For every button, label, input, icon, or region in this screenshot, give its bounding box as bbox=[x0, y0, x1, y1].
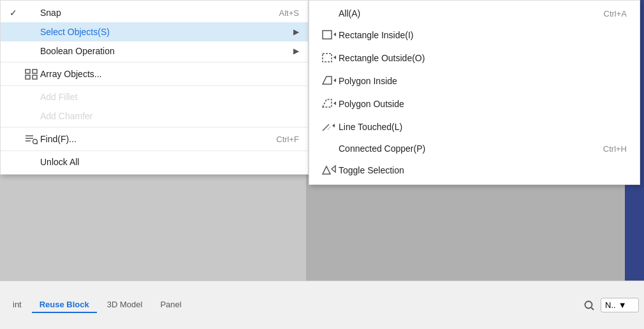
secondary-submenu: All(A) Ctrl+A Rectangle Inside(I) Rectan… bbox=[309, 0, 640, 185]
svg-line-8 bbox=[37, 143, 38, 145]
svg-marker-16 bbox=[333, 101, 336, 105]
submenu-item-rect-outside[interactable]: Rectangle Outside(O) bbox=[309, 47, 640, 69]
svg-rect-0 bbox=[26, 69, 30, 73]
svg-point-7 bbox=[33, 140, 38, 144]
chamfer-label: Add Chamfer bbox=[40, 111, 299, 121]
svg-marker-18 bbox=[332, 124, 335, 128]
menu-item-unlock-all[interactable]: Unlock All bbox=[1, 152, 308, 172]
menu-item-find[interactable]: Find(F)... Ctrl+F bbox=[1, 129, 308, 149]
divider-3 bbox=[1, 127, 308, 128]
find-shortcut: Ctrl+F bbox=[276, 135, 299, 144]
rect-outside-label: Rectangle Outside(O) bbox=[339, 53, 627, 63]
rect-outside-icon bbox=[319, 52, 339, 64]
poly-outside-icon bbox=[319, 98, 339, 110]
all-shortcut: Ctrl+A bbox=[604, 9, 627, 18]
n-column-label: N.. bbox=[605, 300, 616, 310]
snap-label: Snap bbox=[40, 8, 254, 18]
svg-line-19 bbox=[328, 127, 330, 129]
svg-marker-14 bbox=[333, 78, 336, 82]
select-objects-label: Select Objects(S) bbox=[40, 27, 291, 37]
connected-copper-shortcut: Ctrl+H bbox=[603, 144, 627, 154]
n-column-selector[interactable]: N.. ▼ bbox=[601, 298, 639, 312]
tab-int[interactable]: int bbox=[5, 297, 29, 313]
array-icon bbox=[22, 68, 40, 80]
svg-marker-15 bbox=[323, 99, 332, 107]
toggle-selection-label: Toggle Selection bbox=[339, 165, 627, 175]
svg-rect-3 bbox=[33, 75, 37, 79]
divider-4 bbox=[1, 150, 308, 151]
line-touched-icon bbox=[319, 121, 339, 133]
n-column-chevron: ▼ bbox=[618, 300, 627, 310]
search-icon[interactable] bbox=[580, 296, 598, 314]
svg-marker-10 bbox=[333, 33, 336, 36]
tab-panel[interactable]: Panel bbox=[152, 297, 189, 313]
svg-rect-1 bbox=[33, 69, 37, 73]
array-label: Array Objects... bbox=[40, 69, 299, 79]
svg-rect-2 bbox=[26, 75, 30, 79]
svg-marker-12 bbox=[333, 55, 336, 59]
bottom-toolbar: int Reuse Block 3D Model Panel N.. ▼ bbox=[0, 281, 644, 329]
menu-item-boolean-operation[interactable]: Boolean Operation ▶ bbox=[1, 41, 308, 61]
menu-item-add-fillet[interactable]: Add Fillet bbox=[1, 87, 308, 106]
find-icon bbox=[22, 133, 40, 145]
line-touched-label: Line Touched(L) bbox=[339, 122, 627, 132]
submenu-item-toggle-selection[interactable]: Toggle Selection bbox=[309, 159, 640, 182]
toggle-selection-icon bbox=[319, 164, 339, 177]
divider-2 bbox=[1, 85, 308, 86]
submenu-item-poly-inside[interactable]: Polygon Inside bbox=[309, 69, 640, 92]
tab-3d-model[interactable]: 3D Model bbox=[99, 297, 150, 313]
submenu-item-all[interactable]: All(A) Ctrl+A bbox=[309, 3, 640, 24]
snap-check: ✓ bbox=[10, 8, 22, 18]
tab-reuse-block[interactable]: Reuse Block bbox=[32, 297, 97, 313]
boolean-label: Boolean Operation bbox=[40, 46, 291, 56]
svg-marker-20 bbox=[323, 166, 330, 174]
unlock-label: Unlock All bbox=[40, 157, 299, 167]
submenu-item-rect-inside[interactable]: Rectangle Inside(I) bbox=[309, 24, 640, 47]
connected-copper-label: Connected Copper(P) bbox=[339, 143, 578, 154]
poly-inside-icon bbox=[319, 75, 339, 87]
boolean-arrow: ▶ bbox=[293, 47, 299, 55]
poly-inside-label: Polygon Inside bbox=[339, 76, 627, 86]
submenu-item-connected-copper[interactable]: Connected Copper(P) Ctrl+H bbox=[309, 138, 640, 159]
rect-inside-icon bbox=[319, 29, 339, 41]
poly-outside-label: Polygon Outside bbox=[339, 99, 627, 109]
svg-rect-11 bbox=[323, 54, 332, 62]
svg-marker-13 bbox=[323, 77, 332, 84]
select-objects-arrow: ▶ bbox=[293, 27, 299, 36]
submenu-item-poly-outside[interactable]: Polygon Outside bbox=[309, 92, 640, 115]
menu-item-select-objects[interactable]: Select Objects(S) ▶ bbox=[1, 22, 308, 41]
submenu-item-line-touched[interactable]: Line Touched(L) bbox=[309, 115, 640, 138]
all-label: All(A) bbox=[339, 8, 578, 18]
rect-inside-label: Rectangle Inside(I) bbox=[339, 30, 627, 40]
find-label: Find(F)... bbox=[40, 134, 251, 144]
svg-rect-9 bbox=[323, 31, 332, 39]
svg-line-23 bbox=[592, 307, 594, 310]
fillet-label: Add Fillet bbox=[40, 92, 299, 102]
divider-1 bbox=[1, 62, 308, 62]
menu-item-array-objects[interactable]: Array Objects... bbox=[1, 64, 308, 84]
menu-item-snap[interactable]: ✓ Snap Alt+S bbox=[1, 3, 308, 22]
snap-shortcut: Alt+S bbox=[279, 8, 299, 18]
svg-marker-21 bbox=[332, 166, 335, 172]
menu-item-add-chamfer[interactable]: Add Chamfer bbox=[1, 106, 308, 126]
svg-line-17 bbox=[323, 124, 329, 131]
svg-point-22 bbox=[585, 301, 592, 308]
primary-context-menu: ✓ Snap Alt+S Select Objects(S) ▶ Boolean… bbox=[0, 0, 309, 175]
